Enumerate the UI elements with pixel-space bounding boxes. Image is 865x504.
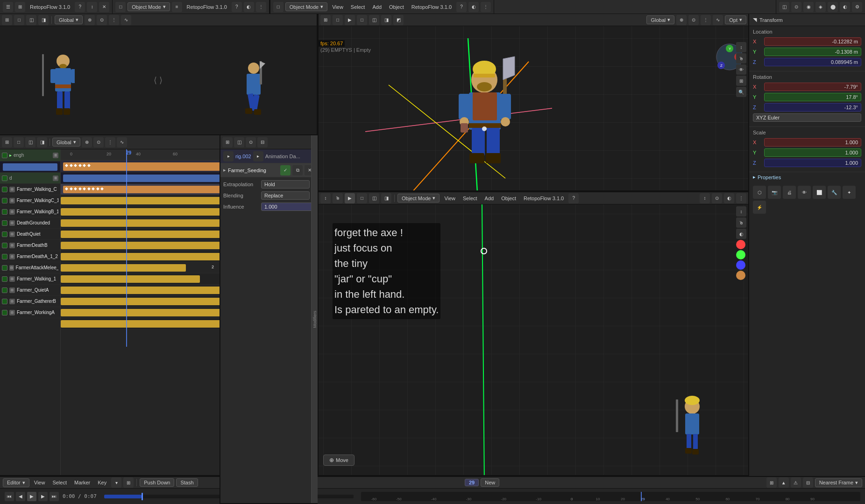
rb-rt3[interactable]: ◐ bbox=[736, 229, 746, 239]
nla-strip-1[interactable] bbox=[3, 163, 57, 171]
tl-icon2[interactable]: □ bbox=[14, 15, 24, 25]
bt-right-icon1[interactable]: ⊞ bbox=[766, 477, 777, 488]
rb-rt2[interactable]: 🖱 bbox=[736, 217, 746, 228]
add-menu-r[interactable]: Add bbox=[369, 3, 384, 11]
toolbar-icon-1[interactable]: ↕ bbox=[87, 2, 97, 12]
prop-icon[interactable]: ⊙ bbox=[97, 15, 107, 25]
vr-play[interactable]: ▶ bbox=[345, 15, 355, 25]
bt-key[interactable]: Key bbox=[95, 479, 109, 486]
view-menu-r[interactable]: View bbox=[329, 3, 346, 11]
rb-icon5[interactable]: ◨ bbox=[381, 193, 391, 203]
rotation-y-value[interactable]: 17.8° bbox=[764, 93, 861, 101]
bt-nearest-frame[interactable]: Nearest Frame ▾ bbox=[815, 478, 862, 487]
rb-rt1[interactable]: ↕ bbox=[736, 206, 746, 217]
ae-filter[interactable]: ⊟ bbox=[257, 137, 268, 147]
tl-prop-icon[interactable]: ⊙ bbox=[93, 137, 104, 147]
rb-right2[interactable]: ⊙ bbox=[712, 193, 722, 203]
tl-icon1[interactable]: ⊞ bbox=[2, 15, 12, 25]
scale-x-value[interactable]: 1.000 bbox=[764, 138, 861, 147]
cb4[interactable] bbox=[2, 220, 7, 226]
rb-add[interactable]: Add bbox=[482, 195, 497, 202]
rb-object[interactable]: Object bbox=[498, 195, 519, 202]
tl-graph-icon[interactable]: ∿ bbox=[117, 137, 127, 147]
hamburger-menu[interactable]: ☰ bbox=[3, 2, 13, 12]
prop-output-icon[interactable]: 🖨 bbox=[783, 186, 796, 199]
prop-object-icon[interactable]: ⬜ bbox=[813, 186, 826, 199]
vr-icon4[interactable]: ◫ bbox=[369, 15, 379, 25]
prop-view-icon[interactable]: 👁 bbox=[798, 186, 811, 199]
extra-icon[interactable]: ⋮ bbox=[256, 2, 266, 12]
bt-marker[interactable]: Marker bbox=[71, 479, 93, 486]
tl-snap-icon[interactable]: ⊕ bbox=[82, 137, 92, 147]
more-icon[interactable]: ⋮ bbox=[109, 15, 119, 25]
vr-icon3[interactable]: □ bbox=[357, 15, 367, 25]
select-menu-r[interactable]: Select bbox=[348, 3, 368, 11]
rb-view[interactable]: View bbox=[441, 195, 458, 202]
cb5[interactable] bbox=[2, 231, 7, 237]
cb7[interactable] bbox=[2, 254, 7, 259]
rt-icon4[interactable]: ⊞ bbox=[736, 76, 746, 86]
bt-select[interactable]: Select bbox=[50, 479, 70, 486]
help-icon-r[interactable]: ? bbox=[456, 2, 467, 12]
global-dropdown[interactable]: Global▾ bbox=[55, 15, 83, 24]
tool4[interactable]: ◈ bbox=[815, 2, 826, 12]
action-copy-icon[interactable]: ⧉ bbox=[292, 165, 303, 175]
cb9[interactable] bbox=[2, 276, 7, 282]
vr-prop[interactable]: ⊙ bbox=[688, 15, 699, 25]
object-mode-dropdown-right[interactable]: Object Mode ▾ bbox=[285, 2, 327, 11]
extrapolation-value[interactable]: Hold bbox=[261, 180, 310, 189]
props-scroll[interactable]: Location X -0.12282 m Y -0.1308 m Z 0.08… bbox=[749, 26, 865, 476]
prop-render-icon[interactable]: 📷 bbox=[768, 186, 781, 199]
tl-more-icon[interactable]: ⋮ bbox=[105, 137, 115, 147]
cb11[interactable] bbox=[2, 299, 7, 304]
vr-snap[interactable]: ⊕ bbox=[676, 15, 687, 25]
viewport-icon[interactable]: □ bbox=[115, 2, 126, 12]
push-down-btn[interactable]: Push Down bbox=[140, 478, 174, 487]
location-x-value[interactable]: -0.12282 m bbox=[764, 37, 861, 46]
rb-right3[interactable]: ◐ bbox=[724, 193, 734, 203]
rb-right1[interactable]: ↕ bbox=[700, 193, 710, 203]
overlay-icon2[interactable]: ◐ bbox=[244, 2, 254, 12]
tl-icon3[interactable]: ◫ bbox=[26, 15, 36, 25]
tl-tb-icon1[interactable]: ⊞ bbox=[2, 137, 12, 147]
cb12[interactable] bbox=[2, 310, 7, 315]
help-icon-left[interactable]: ? bbox=[75, 2, 85, 12]
vr-icon2[interactable]: □ bbox=[333, 15, 343, 25]
ae-icon2[interactable]: ◫ bbox=[234, 137, 244, 147]
cb3[interactable] bbox=[2, 209, 7, 215]
grid-icon[interactable]: ⊞ bbox=[15, 2, 25, 12]
viewport-right-bottom[interactable]: ↕ 🖱 ▶ □ ◫ ◨ Object Mode ▾ View Select Ad… bbox=[318, 191, 748, 476]
viewport-right-top[interactable]: ⊞ □ ▶ □ ◫ ◨ ◩ Global▾ ⊕ ⊙ ⋮ ∿ Opt▾ fps: … bbox=[318, 14, 748, 191]
bt-view[interactable]: View bbox=[31, 479, 48, 486]
skip-end-btn[interactable]: ⏭ bbox=[50, 492, 59, 501]
track-icon-2[interactable]: ☰ bbox=[53, 175, 58, 181]
ae-icon1[interactable]: ⊞ bbox=[222, 137, 233, 147]
location-z-value[interactable]: 0.089945 m bbox=[764, 58, 861, 66]
rig-icon[interactable]: ▸ bbox=[223, 151, 234, 161]
rotation-mode-value[interactable]: XYZ Euler bbox=[753, 113, 861, 122]
step-back-btn[interactable]: ◀ bbox=[16, 492, 25, 501]
tool7[interactable]: ⚙ bbox=[852, 2, 862, 12]
rt-icon1[interactable]: ↕ bbox=[736, 42, 746, 52]
vr-graph[interactable]: ∿ bbox=[713, 15, 723, 25]
rb-right4[interactable]: ⋮ bbox=[736, 193, 746, 203]
tl-tb-icon2[interactable]: □ bbox=[14, 137, 24, 147]
scale-y-value[interactable]: 1.000 bbox=[764, 148, 861, 157]
action-check-icon[interactable]: ✓ bbox=[280, 165, 291, 175]
frame-numbers-bar[interactable]: -60 -50 -40 -30 -20 -10 0 10 20 29 40 50… bbox=[361, 492, 860, 501]
rb-icon3[interactable]: □ bbox=[357, 193, 367, 203]
track-icon-1[interactable]: ☰ bbox=[53, 153, 58, 158]
vr-nearest[interactable]: Opt▾ bbox=[725, 15, 746, 24]
rt-icon5[interactable]: 🔍 bbox=[736, 87, 746, 97]
help-icon-left2[interactable]: ? bbox=[232, 2, 242, 12]
bt-right-icon3[interactable]: ⚠ bbox=[791, 477, 801, 488]
step-fwd-btn[interactable]: ▶ bbox=[38, 492, 48, 501]
tool6[interactable]: ◐ bbox=[840, 2, 850, 12]
prop-scene-icon[interactable]: ⬡ bbox=[753, 186, 766, 199]
play-btn[interactable]: ▶ bbox=[27, 492, 36, 501]
cb6[interactable] bbox=[2, 243, 7, 248]
cb10[interactable] bbox=[2, 287, 7, 293]
viewport-icon-r[interactable]: □ bbox=[273, 2, 284, 12]
tl-tb-icon3[interactable]: ◫ bbox=[25, 137, 35, 147]
influence-value[interactable]: 1.000 bbox=[261, 203, 315, 211]
